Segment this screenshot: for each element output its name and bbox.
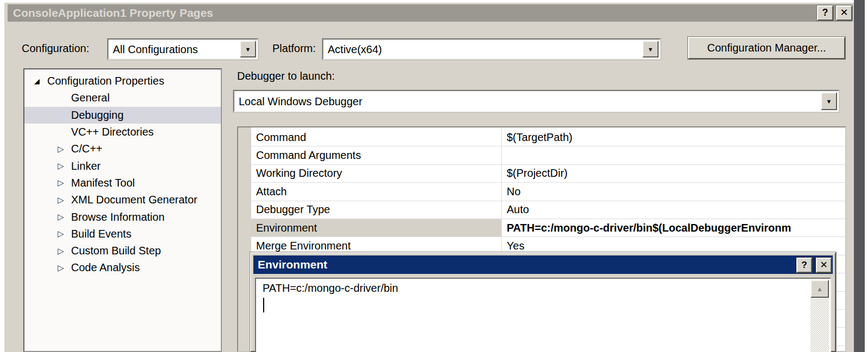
property-grid-margin [238,127,251,351]
sidebar-item-manifest-tool[interactable]: ▷Manifest Tool [24,175,221,191]
environment-textarea[interactable]: PATH=c:/mongo-c-driver/bin ▲ [255,278,831,352]
grid-row-working-directory[interactable]: Working Directory$(ProjectDir) [251,165,845,183]
property-name-cell[interactable]: Command [251,129,502,146]
sidebar-item-vc-directories[interactable]: VC++ Directories [24,124,221,140]
chevron-down-icon[interactable]: ▼ [642,41,659,57]
property-value-cell[interactable]: $(TargetPath) [502,129,845,146]
tree-collapsed-icon[interactable]: ▷ [55,212,67,222]
sidebar-item-xml-document-generator[interactable]: ▷XML Document Generator [24,191,221,208]
tree-item-label: Debugging [71,109,124,121]
config-tree: ◢Configuration PropertiesGeneralDebuggin… [23,68,222,352]
property-value-cell[interactable]: Auto [502,201,845,219]
platform-select[interactable]: Active(x64) ▼ [322,39,661,60]
tree-item-label: C/C++ [71,143,103,155]
sidebar-item-build-events[interactable]: ▷Build Events [24,226,221,242]
platform-value: Active(x64) [328,43,382,55]
tree-expanded-icon[interactable]: ◢ [31,77,43,85]
property-pages-dialog: ConsoleApplication1 Property Pages ? ✕ C… [0,0,868,352]
property-value-cell[interactable]: PATH=c:/mongo-c-driver/bin$(LocalDebugge… [502,219,845,236]
close-icon[interactable]: ✕ [816,258,832,273]
tree-item-label: VC++ Directories [71,126,154,138]
configuration-manager-label: Configuration Manager... [707,42,826,54]
property-name-cell[interactable]: Environment [251,219,502,236]
tree-item-label: Code Analysis [71,261,140,274]
configuration-label: Configuration: [22,42,90,55]
tree-collapsed-icon[interactable]: ▷ [55,161,67,171]
sidebar-item-general[interactable]: General [24,89,221,106]
tree-item-label: Configuration Properties [47,75,164,87]
dialog-title: ConsoleApplication1 Property Pages [13,7,213,19]
property-name-cell[interactable]: Working Directory [251,165,502,182]
chevron-down-icon[interactable]: ▼ [240,41,256,57]
grid-row-command-arguments[interactable]: Command Arguments [251,146,845,164]
grid-row-attach[interactable]: AttachNo [251,183,845,201]
environment-textarea-value: PATH=c:/mongo-c-driver/bin [263,282,398,295]
sidebar-item-configuration-properties[interactable]: ◢Configuration Properties [24,73,221,89]
property-name-cell[interactable]: Debugger Type [251,201,502,219]
property-value-cell[interactable] [502,146,845,164]
sidebar-item-c-c[interactable]: ▷C/C++ [24,140,221,157]
property-value-cell[interactable]: $(ProjectDir) [502,165,845,182]
dialog-titlebar[interactable]: ConsoleApplication1 Property Pages [8,4,852,22]
configuration-manager-button[interactable]: Configuration Manager... [688,37,845,59]
tree-collapsed-icon[interactable]: ▷ [55,195,67,205]
grid-row-environment[interactable]: EnvironmentPATH=c:/mongo-c-driver/bin$(L… [251,219,845,237]
configuration-select[interactable]: All Configurations ▼ [107,39,258,60]
scroll-up-icon[interactable]: ▲ [810,280,829,298]
textarea-scrollbar[interactable]: ▲ [810,280,829,352]
close-icon[interactable]: ✕ [836,5,852,21]
debugger-select[interactable]: Local Windows Debugger ▼ [233,90,839,112]
debugger-value: Local Windows Debugger [239,95,362,107]
tree-collapsed-icon[interactable]: ▷ [55,144,67,154]
tree-item-label: Build Events [71,228,131,240]
platform-label: Platform: [272,42,316,55]
environment-dialog-title: Environment [258,258,327,271]
tree-collapsed-icon[interactable]: ▷ [55,246,67,256]
sidebar-item-debugging[interactable]: Debugging [24,107,221,124]
debugger-to-launch-label: Debugger to launch: [237,70,335,82]
help-icon[interactable]: ? [796,258,812,273]
tree-collapsed-icon[interactable]: ▷ [55,178,67,188]
property-value-cell[interactable]: No [502,183,845,200]
tree-item-label: Linker [71,160,100,172]
sidebar-item-custom-build-step[interactable]: ▷Custom Build Step [24,242,221,259]
environment-dialog: Environment ? ✕ PATH=c:/mongo-c-driver/b… [250,252,836,352]
environment-dialog-titlebar[interactable]: Environment [253,255,833,274]
sidebar-item-browse-information[interactable]: ▷Browse Information [24,208,221,225]
configuration-value: All Configurations [113,43,198,55]
chevron-down-icon[interactable]: ▼ [821,92,837,110]
property-name-cell[interactable]: Command Arguments [251,146,502,164]
tree-item-label: Manifest Tool [71,177,135,189]
tree-item-label: Custom Build Step [71,245,161,257]
text-cursor [263,298,264,312]
tree-collapsed-icon[interactable]: ▷ [55,263,67,273]
dialog-right-edge [854,0,865,352]
property-name-cell[interactable]: Attach [251,183,502,200]
grid-row-command[interactable]: Command$(TargetPath) [251,129,845,146]
sidebar-item-code-analysis[interactable]: ▷Code Analysis [24,259,221,276]
sidebar-item-linker[interactable]: ▷Linker [24,157,221,174]
tree-item-label: General [71,92,110,104]
tree-collapsed-icon[interactable]: ▷ [55,229,67,239]
grid-row-debugger-type[interactable]: Debugger TypeAuto [251,201,845,219]
tree-item-label: Browse Information [71,211,164,223]
help-icon[interactable]: ? [817,5,833,21]
tree-item-label: XML Document Generator [71,194,197,206]
